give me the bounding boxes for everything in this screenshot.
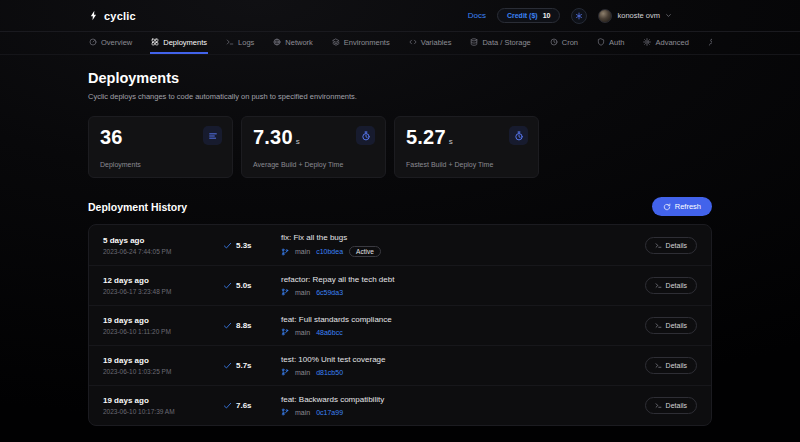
- deployment-duration: 7.6s: [236, 401, 252, 410]
- commit-message: feat: Backwards compatibility: [281, 395, 645, 404]
- nav-item-icon: [409, 38, 417, 46]
- nav-item[interactable]: Variables: [408, 32, 453, 54]
- active-badge: Active: [349, 246, 381, 257]
- theme-toggle-button[interactable]: [571, 8, 587, 24]
- deployment-relative-time: 19 days ago: [103, 316, 223, 325]
- details-button[interactable]: Details: [645, 317, 697, 334]
- nav-item[interactable]: Ad: [707, 32, 712, 54]
- nav-item-label: Overview: [101, 38, 132, 47]
- commit-message: fix: Fix all the bugs: [281, 233, 645, 242]
- nav-item-icon: [89, 38, 97, 46]
- top-header: cyclic Docs Credit ($) 10 konoste ovm: [0, 0, 800, 32]
- terminal-icon: [655, 282, 662, 289]
- git-branch-icon: [281, 288, 289, 296]
- stat-card-icon-badge: [203, 126, 222, 145]
- chevron-down-icon: [665, 12, 672, 19]
- stat-label: Deployments: [100, 161, 221, 168]
- deployment-relative-time: 5 days ago: [103, 236, 223, 245]
- deployment-duration: 5.7s: [236, 361, 252, 370]
- deployment-duration: 5.0s: [236, 281, 252, 290]
- stat-icon: [514, 131, 524, 141]
- deployment-duration: 8.8s: [236, 321, 252, 330]
- commit-hash-link[interactable]: 0c17a99: [316, 409, 343, 416]
- commit-message: feat: Full standards compliance: [281, 315, 645, 324]
- stat-card: 5.27 s Fastest Build + Deploy Time: [394, 116, 539, 178]
- details-button-label: Details: [666, 362, 687, 369]
- terminal-icon: [655, 322, 662, 329]
- commit-hash-link[interactable]: 6c59da3: [316, 289, 343, 296]
- git-branch-icon: [281, 408, 289, 416]
- stats-row: 36 Deployments 7.30 s Average Build + De…: [88, 116, 712, 178]
- git-branch-icon: [281, 368, 289, 376]
- deployment-timestamp: 2023-06-17 3:23:48 PM: [103, 288, 223, 295]
- stat-unit: s: [296, 137, 300, 146]
- success-check-icon: [223, 281, 232, 290]
- commit-hash-link[interactable]: c10bdea: [316, 248, 343, 255]
- nav-item-icon: [273, 38, 281, 46]
- nav-item-label: Advanced: [655, 38, 688, 47]
- stat-icon: [208, 131, 218, 141]
- details-button[interactable]: Details: [645, 357, 697, 374]
- branch-name: main: [295, 329, 310, 336]
- nav-item-label: Environments: [344, 38, 390, 47]
- nav-item-label: Logs: [238, 38, 254, 47]
- nav-item-icon: [643, 38, 651, 46]
- commit-hash-link[interactable]: d81cb50: [316, 369, 343, 376]
- page-subtitle: Cyclic deploys changes to code automatic…: [88, 92, 712, 101]
- user-menu[interactable]: konoste ovm: [598, 9, 672, 23]
- terminal-icon: [655, 402, 662, 409]
- brand-logo[interactable]: cyclic: [88, 9, 136, 22]
- success-check-icon: [223, 361, 232, 370]
- terminal-icon: [655, 242, 662, 249]
- deployment-history-list: 5 days ago 2023-06-24 7:44:05 PM 5.3s fi…: [88, 224, 712, 426]
- deployment-timestamp: 2023-06-10 1:03:25 PM: [103, 368, 223, 375]
- details-button[interactable]: Details: [645, 397, 697, 414]
- deployment-timestamp: 2023-06-10 10:17:39 AM: [103, 408, 223, 415]
- details-button[interactable]: Details: [645, 277, 697, 294]
- stat-value: 5.27: [406, 126, 446, 149]
- stat-label: Fastest Build + Deploy Time: [406, 161, 527, 168]
- deployment-row: 19 days ago 2023-06-10 10:17:39 AM 7.6s …: [89, 385, 711, 425]
- app-navbar: Overview Deployments Logs Network Enviro…: [0, 32, 800, 55]
- stat-card-icon-badge: [509, 126, 528, 145]
- nav-item-icon: [226, 38, 234, 46]
- main-content: Deployments Cyclic deploys changes to co…: [88, 70, 712, 426]
- nav-item[interactable]: Environments: [331, 32, 391, 54]
- nav-item-label: Data / Storage: [482, 38, 530, 47]
- stat-card: 36 Deployments: [88, 116, 233, 178]
- branch-name: main: [295, 369, 310, 376]
- nav-item[interactable]: Cron: [549, 32, 579, 54]
- bolt-icon: [88, 9, 99, 22]
- user-name: konoste ovm: [617, 11, 660, 20]
- git-branch-icon: [281, 328, 289, 336]
- docs-link[interactable]: Docs: [468, 11, 486, 20]
- nav-item-label: Auth: [609, 38, 624, 47]
- stat-icon: [361, 131, 371, 141]
- nav-item[interactable]: Auth: [596, 32, 625, 54]
- nav-item[interactable]: Logs: [225, 32, 255, 54]
- deployment-row: 19 days ago 2023-06-10 1:03:25 PM 5.7s t…: [89, 345, 711, 385]
- nav-item-icon: [550, 38, 558, 46]
- deployment-duration: 5.3s: [236, 241, 252, 250]
- deployment-relative-time: 19 days ago: [103, 356, 223, 365]
- nav-item-label: Network: [285, 38, 313, 47]
- refresh-button[interactable]: Refresh: [652, 197, 712, 216]
- details-button[interactable]: Details: [645, 237, 697, 254]
- nav-item-label: Variables: [421, 38, 452, 47]
- success-check-icon: [223, 401, 232, 410]
- nav-item[interactable]: Deployments: [150, 32, 208, 54]
- success-check-icon: [223, 241, 232, 250]
- credit-value: 10: [543, 12, 551, 19]
- nav-item[interactable]: Network: [272, 32, 314, 54]
- terminal-icon: [655, 362, 662, 369]
- nav-item-label: Deployments: [163, 38, 207, 47]
- deployment-relative-time: 12 days ago: [103, 276, 223, 285]
- credit-pill[interactable]: Credit ($) 10: [497, 8, 561, 23]
- branch-name: main: [295, 248, 310, 255]
- nav-item-icon: [151, 38, 159, 46]
- nav-item[interactable]: Overview: [88, 32, 133, 54]
- commit-hash-link[interactable]: 48a6bcc: [316, 329, 342, 336]
- nav-item[interactable]: Advanced: [642, 32, 689, 54]
- nav-item-label: Cron: [562, 38, 578, 47]
- nav-item[interactable]: Data / Storage: [469, 32, 531, 54]
